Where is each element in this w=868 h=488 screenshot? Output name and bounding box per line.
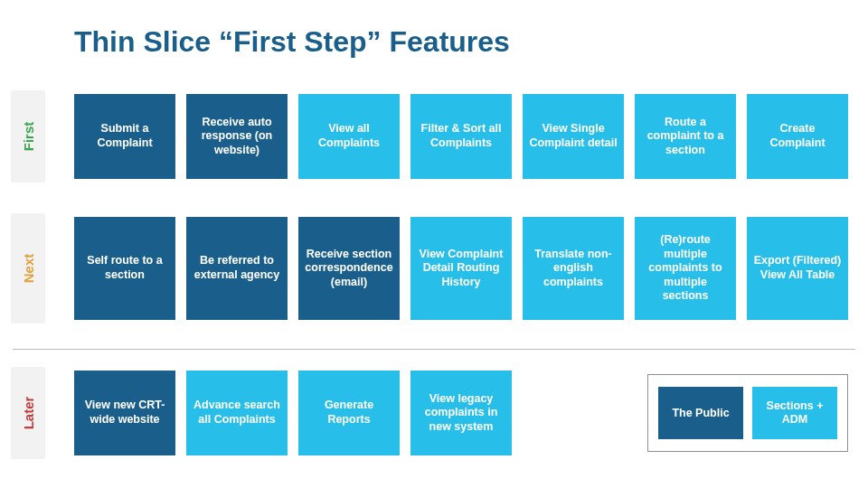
feature-card: Receive auto response (on website)	[186, 94, 288, 179]
phase-label-next: Next	[21, 254, 36, 284]
row-first: Submit a Complaint Receive auto response…	[74, 94, 852, 179]
feature-card: Receive section correspondence (email)	[298, 217, 400, 320]
feature-card: Be referred to external agency	[186, 217, 288, 320]
feature-card: View all Complaints	[298, 94, 400, 179]
legend-swatch-public: The Public	[658, 387, 743, 439]
feature-card: (Re)route multiple complaints to multipl…	[635, 217, 736, 320]
feature-card: Submit a Complaint	[74, 94, 175, 179]
phase-label-first: First	[21, 122, 36, 152]
feature-card: View Single Complaint detail	[523, 94, 624, 179]
feature-card: Generate Reports	[298, 371, 400, 455]
feature-card: Create Complaint	[747, 94, 848, 179]
row-next: Self route to a section Be referred to e…	[74, 217, 852, 320]
feature-card: Route a complaint to a section	[635, 94, 736, 179]
legend: The Public Sections + ADM	[647, 374, 848, 452]
feature-card: View legacy complaints in new system	[410, 371, 512, 455]
slide: Thin Slice “First Step” Features First N…	[0, 0, 868, 488]
feature-card: Export (Filtered) View All Table	[747, 217, 848, 320]
feature-card: View Complaint Detail Routing History	[410, 217, 512, 320]
phase-box-first: First	[11, 90, 45, 183]
feature-card: Advance search all Complaints	[186, 371, 288, 455]
phase-box-next: Next	[11, 213, 45, 324]
divider	[13, 349, 855, 350]
legend-swatch-sections: Sections + ADM	[752, 387, 837, 439]
slide-title: Thin Slice “First Step” Features	[74, 25, 510, 59]
feature-card: Filter & Sort all Complaints	[410, 94, 512, 179]
feature-card: Self route to a section	[74, 217, 175, 320]
phase-box-later: Later	[11, 367, 45, 459]
feature-card: View new CRT-wide website	[74, 371, 175, 455]
feature-card: Translate non-english complaints	[523, 217, 624, 320]
phase-label-later: Later	[21, 397, 36, 430]
